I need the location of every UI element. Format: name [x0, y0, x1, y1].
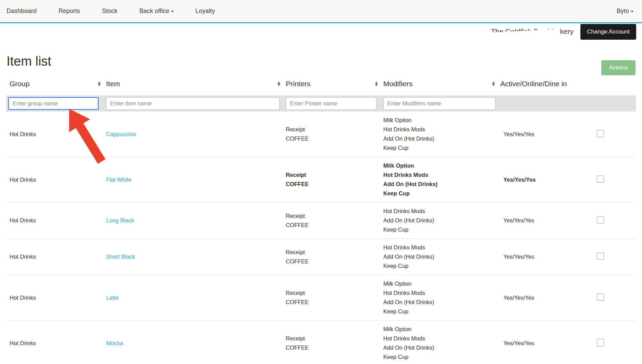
nav-item-dashboard[interactable]: Dashboard — [7, 8, 37, 15]
nav-item-loyalty[interactable]: Loyalty — [195, 8, 215, 15]
item-link[interactable]: Short Black — [106, 254, 135, 260]
change-account-button[interactable]: Change Account — [580, 24, 636, 40]
column-header-active-online-dine-in: Active/Online/Dine in — [500, 80, 597, 88]
printers-cell: ReceiptCOFFEE — [286, 170, 383, 189]
nav-item-stock[interactable]: Stock — [102, 8, 117, 15]
item-cell: Latte — [106, 295, 286, 301]
table-row: Hot DrinksLong BlackReceiptCOFFEEHot Dri… — [6, 202, 636, 238]
sort-arrows-icon[interactable] — [375, 82, 378, 86]
checkbox-cell — [597, 252, 636, 261]
status-cell: Yes/Yes/Yes — [500, 177, 597, 183]
item-link[interactable]: Latte — [106, 295, 119, 301]
item-table: GroupItemPrintersModifiersActive/Online/… — [6, 69, 636, 364]
checkbox-cell — [597, 294, 636, 302]
filter-cell-group — [6, 97, 106, 110]
checkbox-cell — [597, 130, 636, 139]
group-cell: Hot Drinks — [6, 340, 106, 347]
nav-item-back-office[interactable]: Back office▾ — [139, 8, 174, 15]
column-label: Group — [10, 80, 29, 88]
printers-cell: ReceiptCOFFEE — [286, 211, 383, 230]
item-cell: Short Black — [106, 254, 286, 260]
item-link[interactable]: Flat White — [106, 177, 131, 183]
nav-item-reports[interactable]: Reports — [59, 8, 80, 15]
filter-input-modifiers[interactable] — [383, 97, 496, 110]
row-checkbox[interactable] — [597, 176, 604, 183]
column-header-item: Item — [106, 80, 286, 88]
column-label: Modifiers — [383, 80, 412, 88]
item-link[interactable]: Mocha — [106, 340, 123, 346]
actions-button[interactable]: Actions — [601, 60, 635, 75]
group-cell: Hot Drinks — [6, 177, 106, 183]
modifiers-cell: Milk OptionHot Drinks ModsAdd On (Hot Dr… — [383, 161, 500, 198]
row-checkbox[interactable] — [597, 294, 604, 301]
filter-input-group[interactable] — [8, 97, 99, 110]
modifiers-cell: Milk OptionHot Drinks ModsAdd On (Hot Dr… — [383, 279, 500, 316]
item-link[interactable]: Long Black — [106, 217, 134, 223]
modifiers-cell: Milk OptionHot Drinks ModsAdd On (Hot Dr… — [383, 325, 500, 362]
table-row: Hot DrinksShort BlackReceiptCOFFEEHot Dr… — [6, 238, 636, 275]
sort-arrows-icon[interactable] — [98, 82, 101, 86]
sort-arrows-icon[interactable] — [492, 82, 495, 86]
status-cell: Yes/Yes/Yes — [500, 254, 597, 260]
filter-cell-modifiers — [383, 97, 500, 110]
filter-input-item[interactable] — [106, 97, 280, 110]
status-cell: Yes/Yes/Yes — [500, 295, 597, 301]
checkbox-cell — [597, 176, 636, 184]
group-cell: Hot Drinks — [6, 254, 106, 260]
nav-items: DashboardReportsStockBack office▾Loyalty — [7, 8, 215, 15]
chevron-down-icon: ▾ — [171, 9, 174, 14]
column-label: Active/Online/Dine in — [500, 80, 567, 88]
group-cell: Hot Drinks — [6, 295, 106, 301]
chevron-down-icon: ▾ — [631, 9, 633, 14]
item-link[interactable]: Cappuccino — [106, 131, 136, 137]
column-header-printers: Printers — [286, 80, 383, 88]
table-body: Hot DrinksCappuccinoReceiptCOFFEEMilk Op… — [6, 112, 636, 364]
sort-arrows-icon[interactable] — [278, 82, 280, 86]
modifiers-cell: Milk OptionHot Drinks ModsAdd On (Hot Dr… — [383, 116, 500, 153]
account-name: Byto — [617, 8, 629, 14]
printers-cell: ReceiptCOFFEE — [286, 334, 383, 352]
checkbox-cell — [597, 339, 636, 348]
item-cell: Mocha — [106, 340, 286, 347]
table-row: Hot DrinksMochaReceiptCOFFEEMilk OptionH… — [6, 320, 636, 364]
item-cell: Cappuccino — [106, 131, 286, 138]
filter-cell-item — [106, 97, 286, 110]
modifiers-cell: Hot Drinks ModsAdd On (Hot Drinks)Keep C… — [383, 207, 500, 234]
checkbox-cell — [597, 216, 636, 225]
table-row: Hot DrinksFlat WhiteReceiptCOFFEEMilk Op… — [6, 157, 636, 202]
row-checkbox[interactable] — [597, 216, 604, 223]
account-menu[interactable]: Byto▾ — [617, 8, 633, 15]
column-label: Printers — [286, 80, 310, 88]
modifiers-cell: Hot Drinks ModsAdd On (Hot Drinks)Keep C… — [383, 243, 500, 271]
column-header-modifiers: Modifiers — [383, 80, 500, 88]
filter-input-printers[interactable] — [286, 97, 376, 110]
top-nav: DashboardReportsStockBack office▾Loyalty… — [0, 0, 642, 23]
status-cell: Yes/Yes/Yes — [500, 340, 597, 347]
filter-row — [6, 95, 636, 112]
status-cell: Yes/Yes/Yes — [500, 217, 597, 224]
table-row: Hot DrinksCappuccinoReceiptCOFFEEMilk Op… — [6, 112, 636, 157]
row-checkbox[interactable] — [597, 130, 604, 137]
table-row: Hot DrinksLatteReceiptCOFFEEMilk OptionH… — [6, 275, 636, 320]
item-cell: Long Black — [106, 217, 286, 224]
column-header-group: Group — [6, 80, 106, 88]
item-cell: Flat White — [106, 177, 286, 183]
row-checkbox[interactable] — [597, 339, 604, 346]
column-label: Item — [106, 80, 120, 88]
table-header-row: GroupItemPrintersModifiersActive/Online/… — [6, 69, 636, 95]
filter-cell-printers — [286, 97, 383, 110]
main-content: Item list GroupItemPrintersModifiersActi… — [6, 54, 636, 364]
printers-cell: ReceiptCOFFEE — [286, 288, 383, 307]
printers-cell: ReceiptCOFFEE — [286, 248, 383, 266]
row-checkbox[interactable] — [597, 252, 604, 260]
group-cell: Hot Drinks — [6, 131, 106, 138]
page-title: Item list — [7, 54, 636, 69]
group-cell: Hot Drinks — [6, 217, 106, 224]
status-cell: Yes/Yes/Yes — [500, 131, 597, 138]
printers-cell: ReceiptCOFFEE — [286, 125, 383, 143]
